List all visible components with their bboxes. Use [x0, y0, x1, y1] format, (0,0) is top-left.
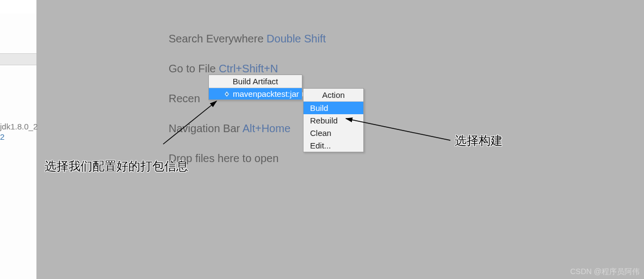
build-artifact-menu[interactable]: Build Artifact mavenpacktest:jar ▶ — [208, 75, 302, 100]
tip-drop-files: Drop files here to open — [169, 152, 326, 165]
annotation-left: 选择我们配置好的打包信息 — [45, 158, 188, 175]
watermark: CSDN @程序员阿伟 — [570, 267, 640, 277]
menu-title: Action — [304, 89, 363, 102]
action-rebuild[interactable]: Rebuild — [304, 114, 363, 127]
project-jdk-label: jdk1.8.0_2 — [0, 122, 38, 131]
welcome-tips: Search Everywhere Double Shift Go to Fil… — [169, 33, 326, 182]
tip-search-everywhere: Search Everywhere Double Shift — [169, 33, 326, 45]
action-build[interactable]: Build — [304, 102, 363, 114]
tip-label: Recen — [169, 92, 200, 104]
tip-label: Go to File — [169, 63, 219, 75]
left-panel-separator — [0, 53, 36, 65]
artifact-item-mavenpacktest[interactable]: mavenpacktest:jar ▶ — [209, 88, 302, 100]
artifact-icon — [223, 90, 231, 98]
svg-point-2 — [226, 93, 228, 95]
artifact-item-label: mavenpacktest:jar — [233, 89, 299, 98]
tip-label: Search Everywhere — [169, 33, 267, 45]
tip-goto-file: Go to File Ctrl+Shift+N — [169, 63, 326, 75]
tip-navigation-bar: Navigation Bar Alt+Home — [169, 122, 326, 135]
left-panel-top — [0, 0, 36, 14]
tip-shortcut: Alt+Home — [243, 122, 290, 134]
action-clean[interactable]: Clean — [304, 127, 363, 139]
menu-title: Build Artifact — [209, 75, 302, 88]
annotation-right: 选择构建 — [455, 133, 503, 149]
project-id-label: 2 — [0, 132, 4, 141]
artifact-action-menu[interactable]: Action Build Rebuild Clean Edit... — [303, 88, 364, 152]
tip-shortcut: Double Shift — [267, 33, 326, 45]
tip-shortcut: Ctrl+Shift+N — [219, 63, 278, 75]
action-edit[interactable]: Edit... — [304, 139, 363, 152]
left-panel: jdk1.8.0_2 2 — [0, 0, 36, 279]
tip-label: Navigation Bar — [169, 122, 243, 134]
